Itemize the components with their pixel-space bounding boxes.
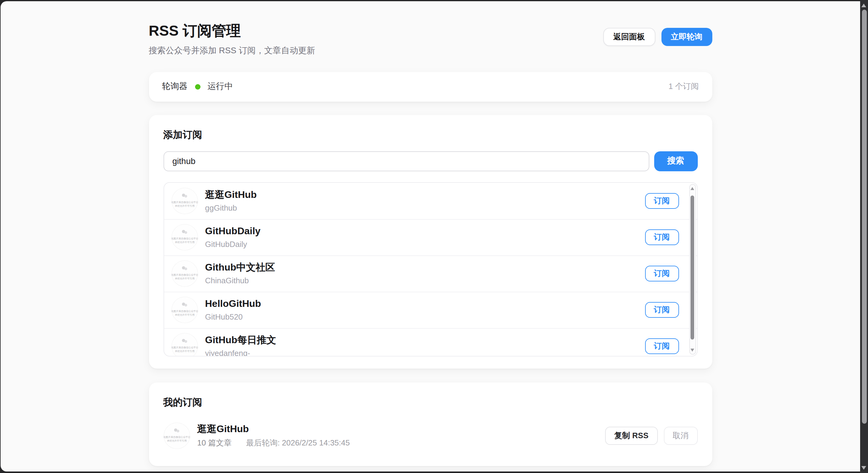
svg-text:此图片来自微信公众平台: 此图片来自微信公众平台 — [163, 436, 190, 438]
results-scrollbar[interactable] — [689, 184, 696, 354]
page: RSS 订阅管理 搜索公众号并添加 RSS 订阅，文章自动更新 返回面板 立即轮… — [1, 1, 860, 471]
result-name: 逛逛GitHub — [205, 189, 257, 201]
scrollbar-thumb[interactable] — [862, 10, 867, 424]
window-scrollbar[interactable] — [860, 0, 868, 473]
my-section-title: 我的订阅 — [163, 396, 698, 409]
poller-label: 轮询器 — [162, 81, 187, 92]
subscribe-button[interactable]: 订阅 — [645, 266, 679, 281]
add-subscription-card: 添加订阅 搜索 此图片来自微信公众平台 — [149, 115, 712, 368]
subscription-name: 逛逛GitHub — [197, 423, 350, 435]
result-row[interactable]: 此图片来自微信公众平台 未经允许不可引用 Github中文社区 ChinaGit… — [164, 255, 697, 292]
scroll-down-icon[interactable] — [861, 466, 866, 469]
search-input[interactable] — [163, 151, 649, 171]
result-account: GitHubDaily — [205, 240, 260, 249]
result-account: yiyedanfeng- — [205, 349, 276, 356]
cancel-subscription-button[interactable]: 取消 — [663, 427, 698, 445]
wechat-image-placeholder: 此图片来自微信公众平台 未经允许不可引用 — [163, 422, 190, 449]
wechat-image-placeholder: 此图片来自微信公众平台 未经允许不可引用 — [171, 333, 198, 356]
app-window: RSS 订阅管理 搜索公众号并添加 RSS 订阅，文章自动更新 返回面板 立即轮… — [0, 0, 868, 473]
wechat-image-placeholder: 此图片来自微信公众平台 未经允许不可引用 — [171, 260, 198, 287]
result-account: ggGithub — [205, 203, 257, 213]
status-dot-icon — [195, 84, 200, 89]
result-row[interactable]: 此图片来自微信公众平台 未经允许不可引用 GitHub每日推文 yiyedanf… — [164, 328, 697, 356]
result-row[interactable]: 此图片来自微信公众平台 未经允许不可引用 逛逛GitHub ggGithub 订… — [164, 182, 697, 219]
wechat-image-placeholder: 此图片来自微信公众平台 未经允许不可引用 — [171, 224, 198, 250]
last-poll-time: 最后轮询: 2026/2/25 14:35:45 — [246, 438, 350, 447]
svg-text:未经允许不可引用: 未经允许不可引用 — [175, 241, 194, 244]
subscription-actions: 复制 RSS 取消 — [605, 427, 698, 445]
search-results-list: 此图片来自微信公众平台 未经允许不可引用 逛逛GitHub ggGithub 订… — [163, 182, 698, 356]
svg-text:未经允许不可引用: 未经允许不可引用 — [166, 439, 187, 442]
poller-status-text: 运行中 — [208, 81, 233, 92]
scroll-up-icon[interactable] — [690, 187, 694, 190]
my-subscriptions-card: 我的订阅 此图片来自微信公众平台 未经允许不可引用 逛逛GitHub — [149, 382, 712, 466]
scrollbar-thumb[interactable] — [690, 195, 694, 339]
add-section-title: 添加订阅 — [163, 128, 698, 141]
subscription-item: 此图片来自微信公众平台 未经允许不可引用 逛逛GitHub 10 篇文章 最后轮… — [163, 422, 698, 449]
svg-text:此图片来自微信公众平台: 此图片来自微信公众平台 — [171, 274, 198, 276]
subscribe-button[interactable]: 订阅 — [645, 302, 679, 318]
scroll-down-icon[interactable] — [690, 348, 694, 351]
svg-text:此图片来自微信公众平台: 此图片来自微信公众平台 — [171, 201, 198, 203]
poll-now-button[interactable]: 立即轮询 — [661, 28, 712, 46]
result-row[interactable]: 此图片来自微信公众平台 未经允许不可引用 GitHubDaily GitHubD… — [164, 219, 697, 255]
article-count: 10 篇文章 — [197, 438, 232, 447]
subscribe-button[interactable]: 订阅 — [645, 229, 679, 245]
search-row: 搜索 — [163, 151, 698, 171]
result-account: GitHub520 — [205, 312, 261, 322]
result-name: HelloGitHub — [205, 298, 261, 310]
back-to-panel-button[interactable]: 返回面板 — [603, 28, 655, 46]
search-button[interactable]: 搜索 — [654, 151, 698, 171]
page-header: RSS 订阅管理 搜索公众号并添加 RSS 订阅，文章自动更新 返回面板 立即轮… — [149, 1, 712, 56]
svg-text:未经允许不可引用: 未经允许不可引用 — [175, 350, 194, 352]
poller-status-card: 轮询器 运行中 1 个订阅 — [149, 72, 712, 101]
subscription-count: 1 个订阅 — [669, 81, 699, 92]
svg-text:此图片来自微信公众平台: 此图片来自微信公众平台 — [171, 237, 198, 240]
copy-rss-button[interactable]: 复制 RSS — [605, 427, 657, 445]
result-row[interactable]: 此图片来自微信公众平台 未经允许不可引用 HelloGitHub GitHub5… — [164, 292, 697, 328]
svg-text:此图片来自微信公众平台: 此图片来自微信公众平台 — [171, 346, 198, 349]
result-name: GitHubDaily — [205, 225, 260, 237]
subscribe-button[interactable]: 订阅 — [645, 338, 679, 354]
subscribe-button[interactable]: 订阅 — [645, 193, 679, 208]
wechat-image-placeholder: 此图片来自微信公众平台 未经允许不可引用 — [171, 187, 198, 214]
page-subtitle: 搜索公众号并添加 RSS 订阅，文章自动更新 — [149, 45, 712, 56]
result-name: Github中文社区 — [205, 262, 275, 274]
scroll-up-icon[interactable] — [861, 4, 866, 7]
svg-text:未经允许不可引用: 未经允许不可引用 — [175, 204, 194, 207]
svg-text:未经允许不可引用: 未经允许不可引用 — [175, 313, 194, 316]
wechat-image-placeholder: 此图片来自微信公众平台 未经允许不可引用 — [171, 297, 198, 323]
result-account: ChinaGithub — [205, 276, 275, 286]
header-actions: 返回面板 立即轮询 — [603, 28, 712, 46]
svg-text:此图片来自微信公众平台: 此图片来自微信公众平台 — [171, 310, 198, 313]
svg-text:未经允许不可引用: 未经允许不可引用 — [175, 277, 194, 280]
result-name: GitHub每日推文 — [205, 334, 276, 346]
